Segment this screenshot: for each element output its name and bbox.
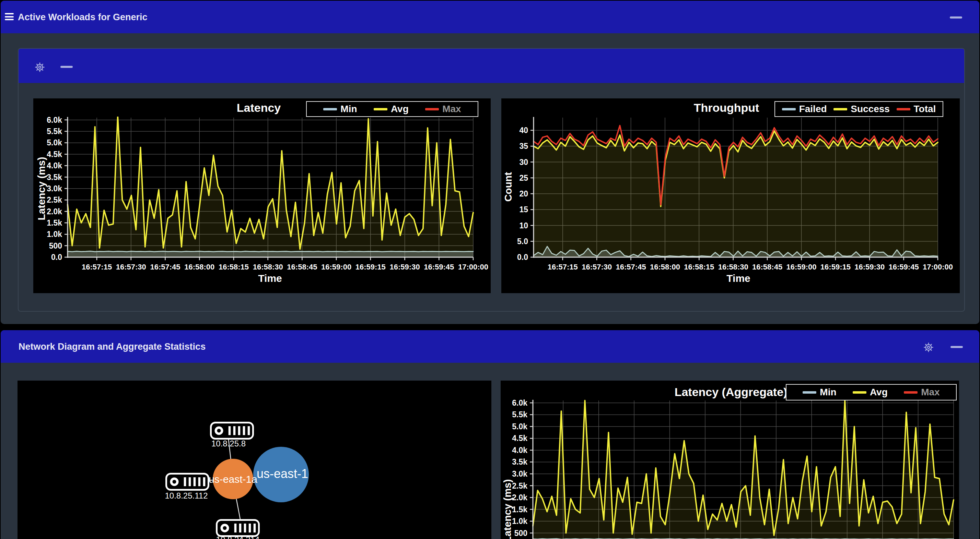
x-tick-label: 16:59:15 bbox=[355, 263, 386, 271]
y-tick-label: 2.0k bbox=[512, 493, 527, 502]
y-tick-label: 6.0k bbox=[47, 116, 62, 124]
y-tick-label: 1.5k bbox=[47, 219, 62, 227]
x-tick-label: 16:59:30 bbox=[390, 263, 420, 271]
legend-item-success[interactable]: Success bbox=[834, 103, 890, 114]
y-tick-label: 3.5k bbox=[512, 457, 527, 466]
x-tick-label: 16:57:45 bbox=[150, 263, 180, 271]
y-tick-label: 5.0k bbox=[512, 422, 527, 431]
workloads-widget: 0.05001.0k1.5k2.0k2.5k3.0k3.5k4.0k4.5k5.… bbox=[18, 48, 965, 312]
x-tick-label: 16:58:15 bbox=[684, 263, 714, 271]
server-icon[interactable] bbox=[211, 423, 253, 439]
region-node-label: us-east-1 bbox=[257, 467, 308, 481]
y-tick-label: 5.0k bbox=[47, 138, 62, 147]
y-tick-label: 0.0 bbox=[517, 253, 528, 262]
y-tick-label: 10 bbox=[519, 221, 528, 230]
y-tick-label: 4.5k bbox=[512, 434, 527, 443]
window2-minimize-icon[interactable] bbox=[950, 346, 963, 348]
window1-minimize-icon[interactable] bbox=[950, 16, 962, 19]
window1-titlebar: Active Workloads for Generic bbox=[1, 1, 979, 33]
latency-y-axis-label: Latency (ms) bbox=[36, 157, 47, 220]
x-tick-label: 16:58:45 bbox=[287, 263, 317, 271]
gear-icon[interactable] bbox=[922, 341, 935, 354]
menu-icon[interactable] bbox=[5, 13, 14, 21]
x-tick-label: 16:58:30 bbox=[253, 263, 283, 271]
x-tick-label: 17:00:00 bbox=[923, 263, 953, 271]
x-tick-label: 16:57:30 bbox=[116, 263, 146, 271]
y-tick-label: 1.0k bbox=[512, 517, 527, 526]
latency-x-axis-label: Time bbox=[258, 273, 282, 284]
latency-aggregate-chart[interactable]: 0.05001.0k1.5k2.0k2.5k3.0k3.5k4.0k4.5k5.… bbox=[501, 380, 959, 539]
widget-minimize-icon[interactable] bbox=[60, 66, 73, 68]
y-tick-label: 5.0 bbox=[517, 237, 528, 246]
x-tick-label: 16:58:00 bbox=[184, 263, 215, 271]
y-tick-label: 30 bbox=[519, 158, 528, 166]
legend-item-min[interactable]: Min bbox=[803, 387, 836, 398]
server-ip-label: 10.8.24.214 bbox=[216, 535, 260, 539]
y-tick-label: 500 bbox=[514, 529, 527, 537]
y-tick-label: 1.0k bbox=[47, 230, 62, 239]
server-icon[interactable] bbox=[166, 474, 208, 490]
server-icon[interactable] bbox=[217, 520, 259, 536]
server-ip-label: 10.8.25.8 bbox=[212, 439, 246, 449]
widget-header bbox=[19, 49, 964, 83]
window2-title: Network Diagram and Aggregate Statistics bbox=[19, 341, 205, 352]
throughput-x-axis-label: Time bbox=[726, 273, 750, 284]
latency-aggregate-y-axis-label: Latency (ms) bbox=[502, 479, 513, 539]
legend-item-avg[interactable]: Avg bbox=[853, 387, 888, 398]
throughput-chart[interactable]: 0.05.01015202530354016:57:1516:57:3016:5… bbox=[501, 98, 960, 293]
x-tick-label: 16:57:15 bbox=[548, 263, 578, 271]
legend-item-max[interactable]: Max bbox=[425, 103, 461, 114]
y-tick-label: 3.5k bbox=[47, 173, 62, 182]
x-tick-label: 16:59:30 bbox=[854, 263, 885, 271]
y-tick-label: 6.0k bbox=[512, 398, 527, 407]
x-tick-label: 16:57:30 bbox=[582, 263, 612, 271]
network-diagram[interactable]: us-east-1 us-east-1a 10.8.25.8 10.8.25.1… bbox=[18, 380, 492, 539]
y-tick-label: 25 bbox=[519, 173, 528, 182]
window-network-diagram: Network Diagram and Aggregate Statistics bbox=[1, 330, 979, 539]
window1-title: Active Workloads for Generic bbox=[18, 12, 148, 23]
throughput-y-axis-label: Count bbox=[502, 172, 514, 202]
y-tick-label: 35 bbox=[519, 142, 528, 151]
legend-item-failed[interactable]: Failed bbox=[782, 103, 827, 114]
x-tick-label: 16:59:45 bbox=[424, 263, 454, 271]
zone-node-label: us-east-1a bbox=[208, 474, 257, 485]
x-tick-label: 16:57:15 bbox=[82, 263, 112, 271]
x-tick-label: 16:59:00 bbox=[786, 263, 816, 271]
x-tick-label: 16:57:45 bbox=[616, 263, 646, 271]
y-tick-label: 40 bbox=[519, 126, 528, 135]
window2-titlebar: Network Diagram and Aggregate Statistics bbox=[1, 330, 979, 363]
x-tick-label: 16:59:15 bbox=[821, 263, 851, 271]
y-tick-label: 3.0k bbox=[47, 184, 62, 193]
legend-item-min[interactable]: Min bbox=[323, 103, 357, 114]
y-tick-label: 2.5k bbox=[512, 481, 527, 490]
throughput-legend: FailedSuccessTotal bbox=[775, 101, 943, 117]
x-tick-label: 17:00:00 bbox=[458, 263, 488, 271]
throughput-chart-title: Throughput bbox=[694, 101, 759, 114]
latency-chart[interactable]: 0.05001.0k1.5k2.0k2.5k3.0k3.5k4.0k4.5k5.… bbox=[33, 98, 491, 293]
y-tick-label: 2.5k bbox=[47, 195, 62, 205]
y-tick-label: 5.5k bbox=[47, 127, 62, 136]
y-tick-label: 3.0k bbox=[512, 469, 527, 478]
y-tick-label: 4.5k bbox=[47, 150, 62, 159]
y-tick-label: 15 bbox=[519, 205, 528, 214]
latency-aggregate-title: Latency (Aggregate) bbox=[675, 385, 788, 399]
y-tick-label: 20 bbox=[519, 189, 528, 198]
legend-item-avg[interactable]: Avg bbox=[374, 103, 409, 114]
latency-legend: MinAvgMax bbox=[306, 101, 478, 117]
x-tick-label: 16:58:00 bbox=[650, 263, 680, 271]
y-tick-label: 1.5k bbox=[512, 505, 527, 514]
y-tick-label: 500 bbox=[49, 241, 62, 250]
y-tick-label: 0.0 bbox=[51, 253, 62, 262]
y-tick-label: 4.0k bbox=[47, 161, 62, 170]
latency-chart-title: Latency bbox=[237, 101, 281, 114]
window-active-workloads: Active Workloads for Generic 0.05001.0k1… bbox=[1, 1, 979, 324]
x-tick-label: 16:59:00 bbox=[321, 263, 352, 271]
gear-icon[interactable] bbox=[33, 61, 46, 73]
y-tick-label: 4.0k bbox=[512, 446, 527, 455]
latency-aggregate-legend: MinAvgMax bbox=[786, 384, 957, 401]
y-tick-label: 5.5k bbox=[512, 410, 527, 419]
x-tick-label: 16:58:15 bbox=[219, 263, 249, 271]
legend-item-max[interactable]: Max bbox=[904, 387, 940, 398]
legend-item-total[interactable]: Total bbox=[897, 103, 936, 114]
server-ip-label: 10.8.25.112 bbox=[165, 491, 208, 501]
